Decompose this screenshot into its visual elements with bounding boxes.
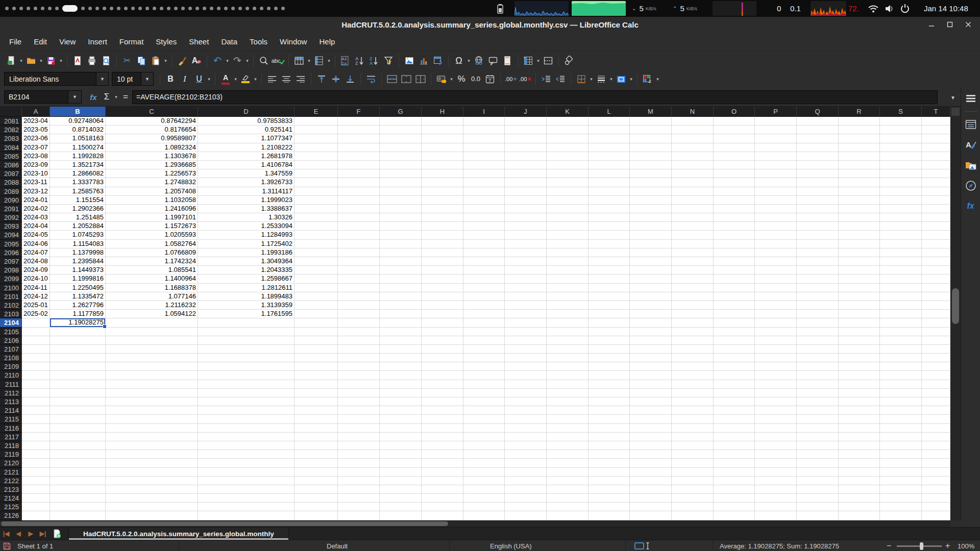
open-button[interactable]	[24, 54, 38, 68]
cell-R2116[interactable]	[839, 424, 880, 433]
cell-G2103[interactable]	[380, 310, 422, 318]
insert-chart-button[interactable]	[416, 54, 431, 68]
cell-Q2094[interactable]	[797, 231, 839, 239]
cell-S2096[interactable]	[880, 248, 922, 257]
cell-E2097[interactable]	[295, 257, 338, 266]
paste-dropdown[interactable]: ▾	[163, 58, 168, 63]
cell-Q2114[interactable]	[797, 406, 839, 415]
cell-N2092[interactable]	[672, 213, 714, 222]
cell-L2114[interactable]	[589, 406, 630, 415]
cell-G2096[interactable]	[380, 248, 422, 257]
cell-G2116[interactable]	[380, 424, 422, 433]
cell-D2106[interactable]	[198, 336, 295, 345]
cell-R2109[interactable]	[839, 362, 880, 371]
cell-L2093[interactable]	[589, 222, 630, 231]
cell-P2091[interactable]	[755, 205, 797, 213]
cell-K2113[interactable]	[547, 397, 589, 406]
cell-R2105[interactable]	[839, 328, 880, 336]
cell-F2126[interactable]	[338, 511, 380, 520]
cell-J2118[interactable]	[505, 441, 547, 450]
cell-H2121[interactable]	[422, 468, 463, 477]
merge-cells-button[interactable]	[399, 72, 413, 86]
cell-G2113[interactable]	[380, 397, 422, 406]
cell-K2094[interactable]	[547, 231, 589, 239]
cell-F2121[interactable]	[338, 468, 380, 477]
cell-P2099[interactable]	[755, 274, 797, 283]
cell-A2122[interactable]	[22, 477, 50, 485]
cell-G2094[interactable]	[380, 231, 422, 239]
cell-K2115[interactable]	[547, 415, 589, 423]
cell-J2101[interactable]	[505, 292, 547, 301]
cell-T2121[interactable]	[922, 468, 950, 477]
dock-app-dot[interactable]	[174, 7, 178, 10]
cell-T2105[interactable]	[922, 328, 950, 336]
dock-app-dot[interactable]	[48, 7, 52, 10]
cell-T2093[interactable]	[922, 222, 950, 231]
cell-D2118[interactable]	[198, 441, 295, 450]
cell-A2117[interactable]	[22, 433, 50, 441]
menu-item-insert[interactable]: Insert	[82, 35, 113, 48]
cell-L2125[interactable]	[589, 503, 630, 511]
menu-item-tools[interactable]: Tools	[243, 35, 274, 48]
hyperlink-button[interactable]	[472, 54, 486, 68]
cell-L2112[interactable]	[589, 389, 630, 397]
cell-M2098[interactable]	[630, 266, 672, 274]
cell-N2114[interactable]	[672, 406, 714, 415]
cell-F2108[interactable]	[338, 354, 380, 362]
cell-A2095[interactable]: 2024-06	[22, 240, 50, 248]
cell-M2117[interactable]	[630, 433, 672, 441]
cell-C2112[interactable]	[106, 389, 198, 397]
cell-O2087[interactable]	[714, 169, 755, 178]
cell-J2113[interactable]	[505, 397, 547, 406]
freeze-dropdown[interactable]: ▾	[535, 58, 541, 63]
bold-button[interactable]: B	[163, 72, 178, 86]
cell-E2118[interactable]	[295, 441, 338, 450]
cell-O2110[interactable]	[714, 371, 755, 380]
cell-A2106[interactable]	[22, 336, 50, 345]
font-color-button[interactable]: A	[218, 72, 233, 86]
insert-row-dropdown[interactable]: ▾	[306, 58, 312, 63]
cell-B2085[interactable]: 1.1992828	[50, 152, 106, 161]
row-header-2098[interactable]: 2098	[0, 266, 22, 274]
cell-K2125[interactable]	[547, 503, 589, 511]
cell-J2091[interactable]	[505, 205, 547, 213]
cell-B2105[interactable]	[50, 328, 106, 336]
cell-A2081[interactable]: 2023-04	[22, 117, 50, 126]
cell-C2093[interactable]: 1.1572673	[106, 222, 198, 231]
row-header-2104[interactable]: 2104	[0, 318, 22, 327]
cell-M2109[interactable]	[630, 362, 672, 371]
cell-M2118[interactable]	[630, 441, 672, 450]
cell-D2086[interactable]: 1.4106784	[198, 161, 295, 169]
cell-D2108[interactable]	[198, 354, 295, 362]
cell-C2090[interactable]: 1.1032058	[106, 196, 198, 205]
cell-T2085[interactable]	[922, 152, 950, 161]
cell-S2103[interactable]	[880, 310, 922, 318]
cell-R2121[interactable]	[839, 468, 880, 477]
merge-and-center-cells-button[interactable]	[385, 72, 399, 86]
cell-G2118[interactable]	[380, 441, 422, 450]
dock-app-dot[interactable]	[12, 7, 16, 10]
cell-B2084[interactable]: 1.1500274	[50, 143, 106, 152]
cell-I2097[interactable]	[463, 257, 505, 266]
first-sheet-button[interactable]: |◀	[0, 528, 12, 540]
cell-F2113[interactable]	[338, 397, 380, 406]
cell-A2083[interactable]: 2023-06	[22, 134, 50, 143]
cell-G2110[interactable]	[380, 371, 422, 380]
cell-Q2091[interactable]	[797, 205, 839, 213]
dock-app-dot[interactable]	[145, 7, 149, 10]
cell-C2100[interactable]: 1.1688378	[106, 284, 198, 292]
cell-Q2105[interactable]	[797, 328, 839, 336]
cell-P2123[interactable]	[755, 485, 797, 494]
cell-E2123[interactable]	[295, 485, 338, 494]
cell-E2111[interactable]	[295, 380, 338, 389]
cell-T2098[interactable]	[922, 266, 950, 274]
cell-Q2115[interactable]	[797, 415, 839, 423]
cell-S2107[interactable]	[880, 345, 922, 354]
cell-F2100[interactable]	[338, 284, 380, 292]
cell-N2105[interactable]	[672, 328, 714, 336]
cell-N2098[interactable]	[672, 266, 714, 274]
cell-P2125[interactable]	[755, 503, 797, 511]
cell-Q2088[interactable]	[797, 178, 839, 187]
freeze-rows-columns-button[interactable]: *	[521, 54, 535, 68]
print-button[interactable]	[85, 54, 99, 68]
